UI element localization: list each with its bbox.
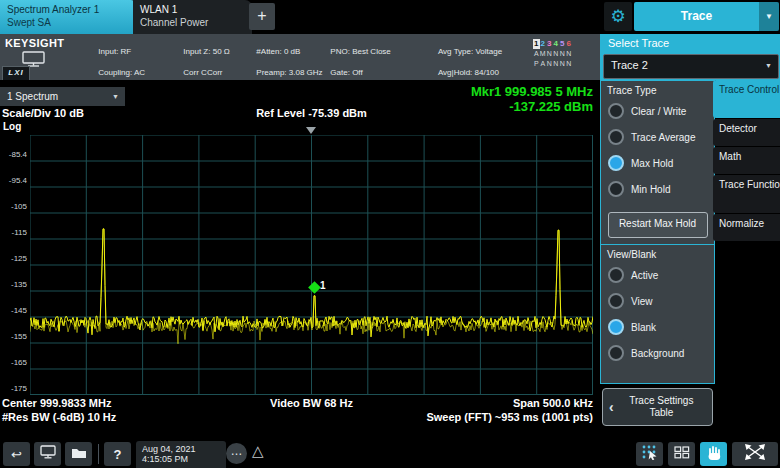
spectrum-analyzer-app: Spectrum Analyzer 1 Swept SA WLAN 1 Chan… [0, 0, 780, 468]
trace-settings-table-button[interactable]: ‹ Trace Settings Table [602, 388, 713, 426]
tab-title: Spectrum Analyzer 1 [7, 4, 138, 15]
screen-capture-button[interactable] [34, 442, 61, 466]
radio-icon [608, 155, 624, 171]
ref-level-label: Ref Level -75.39 dBm [30, 107, 593, 119]
tab-detector[interactable]: Detector [713, 119, 780, 146]
select-trace-header: Select Trace Trace 2 ▼ [600, 34, 780, 80]
expand-arrows-icon [744, 444, 766, 464]
tab-label: Math [719, 151, 741, 162]
trace-register-flags: 123456 AMNNNN PANNNN [533, 36, 572, 66]
instrument-status-bar: KEYSIGHT LXI Input: RF Coupling: AC Alig… [0, 34, 600, 80]
radio-trace-average[interactable]: Trace Average [601, 124, 714, 150]
touch-pan-button[interactable] [700, 442, 727, 466]
window-select-label: 1 Spectrum [7, 91, 58, 102]
display-icon [40, 445, 56, 463]
sweep-annotation: Sweep (FFT) ~953 ms (1001 pts) [260, 411, 593, 423]
back-arrow-icon: ↩ [11, 447, 22, 462]
radio-view[interactable]: View [601, 288, 714, 314]
radio-icon [608, 319, 624, 335]
tab-label: Normalize [719, 218, 764, 229]
back-button[interactable]: ↩ [3, 442, 30, 466]
trace-select-value: Trace 2 [611, 59, 648, 71]
layout-dots-icon [641, 444, 659, 464]
tab-wlan[interactable]: WLAN 1 Channel Power [133, 0, 252, 38]
measurement-window: 1 Spectrum ▼ Mkr1 999.985 5 MHz -137.225… [0, 80, 600, 440]
center-frequency-indicator-icon [306, 127, 316, 134]
y-axis-label: -155 [0, 332, 27, 341]
chevron-down-icon: ▼ [765, 62, 772, 69]
help-button[interactable]: ? [104, 442, 131, 466]
chevron-down-icon: ▼ [759, 2, 779, 31]
toolbar-divider [98, 444, 99, 464]
tab-label: Trace Function [719, 179, 780, 190]
radio-blank[interactable]: Blank [601, 314, 714, 340]
amplitude-scale-label: Log [3, 121, 21, 132]
tab-spectrum-analyzer[interactable]: Spectrum Analyzer 1 Swept SA [0, 0, 138, 38]
radio-max-hold[interactable]: Max Hold [601, 150, 714, 176]
radio-background[interactable]: Background [601, 340, 714, 366]
bottom-toolbar: ↩ ? Aug 04, 2021 4:15:05 PM [0, 440, 780, 468]
y-axis-label: -125 [0, 254, 27, 263]
trace-numbers-row: 123456 [533, 36, 572, 46]
trace-type-label: Trace Type [601, 81, 714, 98]
radio-icon [608, 181, 624, 197]
res-bw-annotation: #Res BW (-6dB) 10 Hz [2, 411, 116, 423]
radio-clear-write[interactable]: Clear / Write [601, 98, 714, 124]
y-axis-label: -135 [0, 280, 27, 289]
radio-active[interactable]: Active [601, 262, 714, 288]
radio-label: Clear / Write [631, 106, 686, 117]
restart-max-hold-button[interactable]: Restart Max Hold [608, 212, 708, 238]
message-bubble-icon[interactable]: … [226, 443, 247, 464]
radio-icon [608, 129, 624, 145]
radio-icon [608, 345, 624, 361]
hand-icon [705, 444, 723, 465]
gear-icon: ⚙ [610, 6, 625, 26]
trace-select-dropdown[interactable]: Trace 2 ▼ [603, 54, 779, 79]
radio-label: Background [631, 348, 684, 359]
radio-icon [608, 293, 624, 309]
date-time-display[interactable]: Aug 04, 2021 4:15:05 PM [136, 441, 226, 468]
trace-menu-label: Trace [634, 2, 759, 31]
tab-subtitle: Channel Power [140, 17, 252, 28]
y-axis-label: -145 [0, 306, 27, 315]
radio-min-hold[interactable]: Min Hold [601, 176, 714, 202]
radio-label: Active [631, 270, 658, 281]
layout-select-button[interactable] [636, 442, 663, 466]
tab-trace-function[interactable]: Trace Function [713, 175, 780, 213]
radio-icon [608, 267, 624, 283]
trace-types-row: AMNNNN [533, 46, 572, 56]
span-annotation: Span 500.0 kHz [260, 397, 593, 409]
select-trace-label: Select Trace [608, 37, 669, 49]
tab-trace-control[interactable]: Trace Control [713, 80, 780, 118]
radio-label: View [631, 296, 653, 307]
tab-math[interactable]: Math [713, 147, 780, 174]
lxi-logo: LXI [2, 66, 30, 81]
tab-label: Trace Control [719, 84, 779, 95]
y-axis-label: -115 [0, 228, 27, 237]
marker-frequency-readout: Mkr1 999.985 5 MHz [260, 84, 593, 99]
y-axis-label: -175 [0, 384, 27, 393]
trace-flag: N [566, 59, 573, 69]
y-axis-label: -95.4 [0, 176, 27, 185]
trace-menu-dropdown[interactable]: Trace ▼ [634, 2, 779, 31]
add-mode-button[interactable]: + [249, 3, 275, 30]
date-label: Aug 04, 2021 [142, 444, 226, 454]
tab-title: WLAN 1 [140, 4, 252, 15]
folder-icon [71, 445, 87, 463]
system-settings-button[interactable]: ⚙ [604, 2, 632, 31]
chevron-down-icon: ▼ [112, 87, 119, 106]
view-blank-label: View/Blank [601, 245, 714, 262]
spectrum-graticule[interactable] [30, 135, 593, 395]
trace-type-radio-group: Clear / Write Trace Average Max Hold Min… [601, 98, 714, 202]
window-arrange-button[interactable] [668, 442, 695, 466]
y-axis-label: -85.4 [0, 150, 27, 159]
tab-subtitle: Swept SA [7, 17, 138, 28]
radio-icon [608, 103, 624, 119]
fullscreen-button[interactable] [732, 442, 778, 466]
save-button[interactable] [65, 442, 92, 466]
tab-normalize[interactable]: Normalize [713, 214, 780, 241]
brand-logo: KEYSIGHT [5, 37, 64, 49]
time-label: 4:15:05 PM [142, 454, 226, 464]
radio-label: Blank [631, 322, 656, 333]
window-select-dropdown[interactable]: 1 Spectrum ▼ [0, 87, 125, 106]
